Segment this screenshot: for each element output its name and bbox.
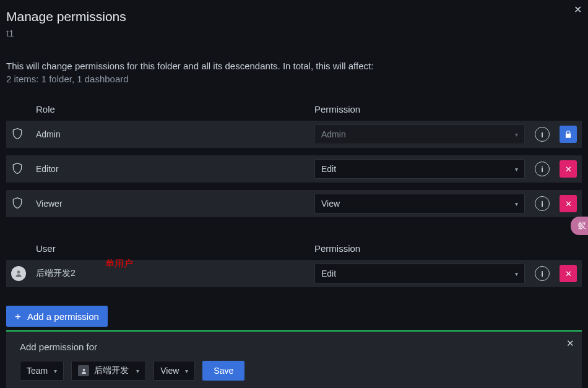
users-col-user: User bbox=[31, 237, 309, 260]
svg-point-0 bbox=[17, 270, 20, 274]
dialog-content: This will change permissions for this fo… bbox=[0, 42, 588, 333]
role-name: Admin bbox=[31, 121, 309, 148]
chevron-down-icon: ▾ bbox=[515, 200, 518, 207]
chevron-down-icon: ▾ bbox=[515, 270, 518, 277]
lock-icon bbox=[560, 126, 577, 143]
add-permission-button[interactable]: + Add a permission bbox=[6, 306, 108, 327]
role-row-admin: Admin Admin ▾ i bbox=[6, 121, 582, 148]
new-permission-value: View bbox=[160, 366, 179, 376]
role-name: Viewer bbox=[31, 190, 309, 217]
info-icon[interactable]: i bbox=[535, 127, 550, 142]
chevron-down-icon: ▾ bbox=[136, 368, 139, 374]
target-value: 后端开发 bbox=[94, 365, 129, 376]
permission-select: Admin ▾ bbox=[314, 124, 525, 144]
team-avatar-icon bbox=[78, 365, 89, 376]
target-select[interactable]: 后端开发 ▾ bbox=[71, 361, 146, 381]
floating-badge[interactable]: 蚁 bbox=[571, 217, 588, 235]
scope-select[interactable]: Team ▾ bbox=[20, 361, 64, 381]
chevron-down-icon: ▾ bbox=[54, 368, 57, 374]
permission-select[interactable]: View ▾ bbox=[314, 194, 525, 213]
info-icon[interactable]: i bbox=[535, 162, 550, 176]
shield-icon bbox=[11, 166, 24, 176]
dialog-header: Manage permissions t1 bbox=[0, 0, 588, 42]
add-panel-title: Add permission for bbox=[20, 342, 568, 352]
users-col-permission: Permission bbox=[309, 237, 530, 260]
add-permission-label: Add a permission bbox=[27, 311, 99, 322]
permission-value: Edit bbox=[321, 164, 336, 174]
permission-value: Edit bbox=[321, 269, 336, 278]
roles-col-permission: Permission bbox=[309, 98, 530, 121]
chevron-down-icon: ▾ bbox=[185, 368, 188, 374]
avatar-icon bbox=[11, 266, 26, 281]
scope-value: Team bbox=[27, 366, 48, 376]
roles-col-role: Role bbox=[31, 98, 309, 121]
permission-value: View bbox=[321, 199, 340, 209]
remove-button[interactable]: ✕ bbox=[560, 160, 577, 178]
annotation-single-user: 单用户 bbox=[105, 258, 133, 270]
permission-value: Admin bbox=[321, 129, 346, 139]
warning-summary: 2 items: 1 folder, 1 dashboard bbox=[6, 74, 582, 84]
page-title: Manage permissions bbox=[6, 9, 582, 24]
warning-text: This will change permissions for this fo… bbox=[6, 61, 582, 71]
role-row-viewer: Viewer View ▾ i ✕ bbox=[6, 190, 582, 217]
permission-select[interactable]: Edit ▾ bbox=[314, 264, 525, 283]
users-table: User Permission 后端开发2 Edit ▾ i ✕ bbox=[6, 237, 582, 287]
plus-icon: + bbox=[15, 311, 21, 322]
remove-button[interactable]: ✕ bbox=[560, 195, 577, 212]
shield-icon bbox=[11, 201, 24, 211]
roles-table: Role Permission Admin Admin ▾ i bbox=[6, 98, 582, 217]
page-subtitle: t1 bbox=[6, 28, 582, 38]
remove-button[interactable]: ✕ bbox=[560, 265, 577, 282]
user-row: 后端开发2 Edit ▾ i ✕ bbox=[6, 260, 582, 287]
new-permission-select[interactable]: View ▾ bbox=[153, 361, 195, 381]
save-button[interactable]: Save bbox=[202, 361, 244, 381]
close-icon[interactable]: ✕ bbox=[566, 338, 574, 349]
chevron-down-icon: ▾ bbox=[515, 131, 518, 138]
add-permission-panel: ✕ Add permission for Team ▾ 后端开发 ▾ View … bbox=[6, 330, 582, 388]
info-icon[interactable]: i bbox=[535, 196, 550, 211]
close-icon[interactable]: ✕ bbox=[574, 4, 582, 15]
chevron-down-icon: ▾ bbox=[515, 166, 518, 173]
role-name: Editor bbox=[31, 155, 309, 183]
permission-select[interactable]: Edit ▾ bbox=[314, 159, 525, 179]
shield-icon bbox=[11, 132, 24, 142]
info-icon[interactable]: i bbox=[535, 266, 550, 281]
role-row-editor: Editor Edit ▾ i ✕ bbox=[6, 155, 582, 183]
user-name: 后端开发2 bbox=[31, 260, 309, 287]
svg-point-1 bbox=[82, 368, 85, 371]
